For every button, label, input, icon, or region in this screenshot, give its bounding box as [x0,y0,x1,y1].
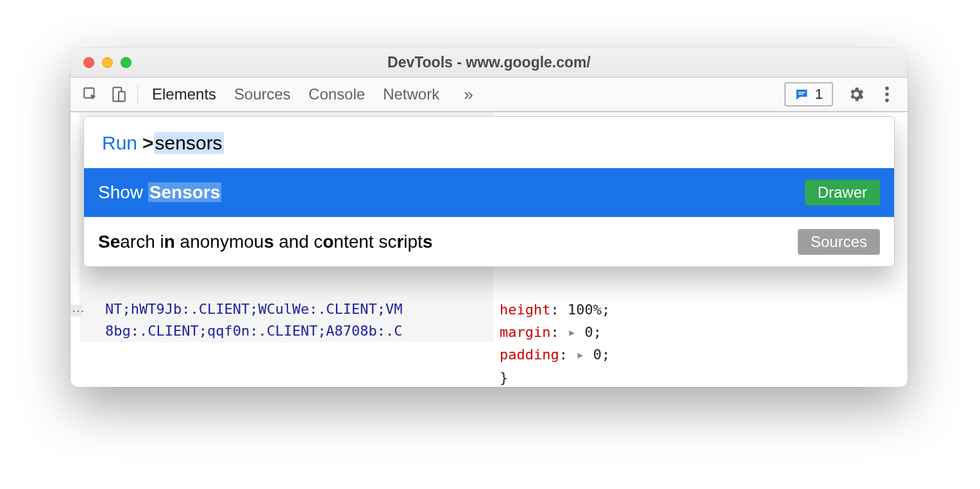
kebab-icon [884,85,890,103]
chat-icon [795,87,809,101]
run-label: Run [102,132,142,154]
command-row-text: Search in anonymous and content scripts [98,232,432,252]
settings-button[interactable] [842,82,870,107]
command-prefix: > [142,132,154,154]
svg-rect-4 [798,94,803,94]
close-window-button[interactable] [83,57,94,68]
css-declaration[interactable]: margin: ▸ 0; [500,321,899,343]
traffic-lights [71,57,131,68]
collapsed-sidebar-handle[interactable]: ⋯ [71,305,82,316]
svg-point-7 [885,99,889,103]
svg-rect-2 [119,92,125,101]
command-input-row[interactable]: Run > sensors [84,117,894,168]
command-row-badge: Sources [798,229,880,255]
messages-count: 1 [815,86,823,103]
css-close-brace: } [500,370,508,386]
main-toolbar: Elements Sources Console Network » 1 [71,78,908,112]
svg-point-6 [885,92,889,96]
command-query: sensors [154,132,224,154]
tab-console[interactable]: Console [308,78,365,111]
panel-tabs: Elements Sources Console Network » [146,78,473,111]
tab-elements[interactable]: Elements [152,78,216,111]
svg-point-5 [885,87,889,90]
device-toggle-icon[interactable] [105,82,132,107]
command-row[interactable]: Show SensorsDrawer [84,168,894,217]
messages-chip[interactable]: 1 [784,82,833,107]
devtools-window: DevTools - www.google.com/ Elements Sour… [71,48,908,387]
titlebar: DevTools - www.google.com/ [71,48,908,78]
zoom-window-button[interactable] [121,57,131,68]
command-row-text: Show Sensors [98,182,221,203]
css-declaration[interactable]: height: 100%; [500,298,899,321]
command-menu: Run > sensors Show SensorsDrawerSearch i… [83,116,895,267]
svg-rect-3 [798,92,805,92]
command-row[interactable]: Search in anonymous and content scriptsS… [84,217,894,266]
command-row-badge: Drawer [805,180,880,205]
tab-sources[interactable]: Sources [234,78,291,111]
css-declaration[interactable]: padding: ▸ 0; [500,343,899,366]
minimize-window-button[interactable] [102,57,113,68]
tab-network[interactable]: Network [383,78,439,111]
more-options-button[interactable] [879,82,895,107]
more-tabs-button[interactable]: » [457,78,473,111]
toolbar-separator [137,85,138,104]
inspect-element-icon[interactable] [77,82,104,107]
gear-icon [847,85,865,103]
window-title: DevTools - www.google.com/ [71,54,908,71]
